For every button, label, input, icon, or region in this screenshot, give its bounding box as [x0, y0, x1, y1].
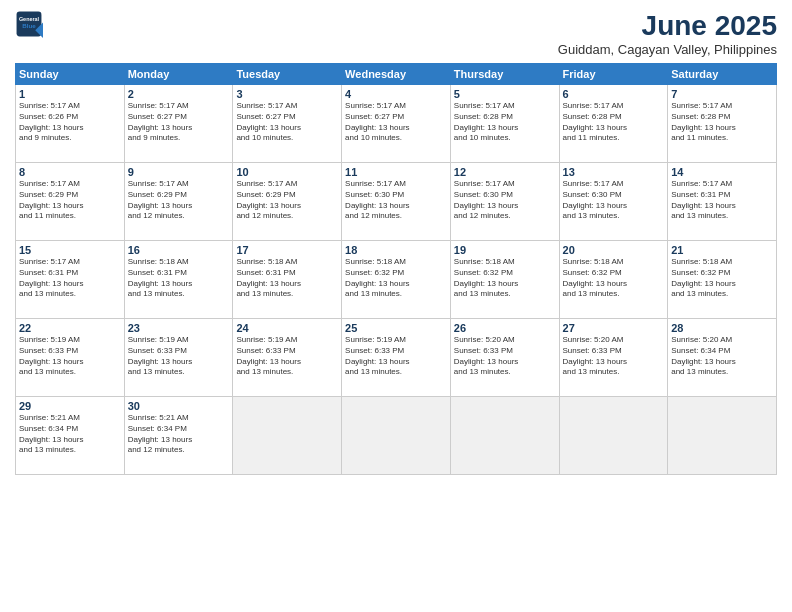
cell-info: Sunrise: 5:21 AM Sunset: 6:34 PM Dayligh… [128, 413, 230, 456]
month-title: June 2025 [558, 10, 777, 42]
day-number: 24 [236, 322, 338, 334]
day-cell-9: 9Sunrise: 5:17 AM Sunset: 6:29 PM Daylig… [124, 163, 233, 241]
header: General Blue June 2025 Guiddam, Cagayan … [15, 10, 777, 57]
day-cell-5: 5Sunrise: 5:17 AM Sunset: 6:28 PM Daylig… [450, 85, 559, 163]
cell-info: Sunrise: 5:18 AM Sunset: 6:32 PM Dayligh… [671, 257, 773, 300]
day-cell-29: 29Sunrise: 5:21 AM Sunset: 6:34 PM Dayli… [16, 397, 125, 475]
subtitle: Guiddam, Cagayan Valley, Philippines [558, 42, 777, 57]
weekday-header-saturday: Saturday [668, 64, 777, 85]
day-cell-17: 17Sunrise: 5:18 AM Sunset: 6:31 PM Dayli… [233, 241, 342, 319]
weekday-header-sunday: Sunday [16, 64, 125, 85]
day-cell-16: 16Sunrise: 5:18 AM Sunset: 6:31 PM Dayli… [124, 241, 233, 319]
day-number: 25 [345, 322, 447, 334]
day-cell-19: 19Sunrise: 5:18 AM Sunset: 6:32 PM Dayli… [450, 241, 559, 319]
day-number: 2 [128, 88, 230, 100]
day-cell-27: 27Sunrise: 5:20 AM Sunset: 6:33 PM Dayli… [559, 319, 668, 397]
cell-info: Sunrise: 5:17 AM Sunset: 6:26 PM Dayligh… [19, 101, 121, 144]
day-number: 19 [454, 244, 556, 256]
cell-info: Sunrise: 5:18 AM Sunset: 6:31 PM Dayligh… [236, 257, 338, 300]
day-number: 22 [19, 322, 121, 334]
cell-info: Sunrise: 5:21 AM Sunset: 6:34 PM Dayligh… [19, 413, 121, 456]
empty-cell [559, 397, 668, 475]
empty-cell [342, 397, 451, 475]
day-number: 27 [563, 322, 665, 334]
svg-text:General: General [19, 16, 40, 22]
day-number: 29 [19, 400, 121, 412]
cell-info: Sunrise: 5:18 AM Sunset: 6:32 PM Dayligh… [345, 257, 447, 300]
day-number: 9 [128, 166, 230, 178]
cell-info: Sunrise: 5:19 AM Sunset: 6:33 PM Dayligh… [19, 335, 121, 378]
day-number: 18 [345, 244, 447, 256]
cell-info: Sunrise: 5:20 AM Sunset: 6:33 PM Dayligh… [454, 335, 556, 378]
week-row-1: 1Sunrise: 5:17 AM Sunset: 6:26 PM Daylig… [16, 85, 777, 163]
day-cell-24: 24Sunrise: 5:19 AM Sunset: 6:33 PM Dayli… [233, 319, 342, 397]
day-cell-8: 8Sunrise: 5:17 AM Sunset: 6:29 PM Daylig… [16, 163, 125, 241]
cell-info: Sunrise: 5:19 AM Sunset: 6:33 PM Dayligh… [345, 335, 447, 378]
day-cell-14: 14Sunrise: 5:17 AM Sunset: 6:31 PM Dayli… [668, 163, 777, 241]
day-cell-12: 12Sunrise: 5:17 AM Sunset: 6:30 PM Dayli… [450, 163, 559, 241]
cell-info: Sunrise: 5:17 AM Sunset: 6:28 PM Dayligh… [563, 101, 665, 144]
day-cell-2: 2Sunrise: 5:17 AM Sunset: 6:27 PM Daylig… [124, 85, 233, 163]
day-cell-3: 3Sunrise: 5:17 AM Sunset: 6:27 PM Daylig… [233, 85, 342, 163]
calendar-table: SundayMondayTuesdayWednesdayThursdayFrid… [15, 63, 777, 475]
day-number: 13 [563, 166, 665, 178]
cell-info: Sunrise: 5:20 AM Sunset: 6:34 PM Dayligh… [671, 335, 773, 378]
cell-info: Sunrise: 5:17 AM Sunset: 6:28 PM Dayligh… [454, 101, 556, 144]
day-number: 6 [563, 88, 665, 100]
day-number: 1 [19, 88, 121, 100]
day-number: 28 [671, 322, 773, 334]
day-cell-20: 20Sunrise: 5:18 AM Sunset: 6:32 PM Dayli… [559, 241, 668, 319]
empty-cell [233, 397, 342, 475]
page: General Blue June 2025 Guiddam, Cagayan … [0, 0, 792, 612]
day-cell-13: 13Sunrise: 5:17 AM Sunset: 6:30 PM Dayli… [559, 163, 668, 241]
weekday-header-wednesday: Wednesday [342, 64, 451, 85]
cell-info: Sunrise: 5:17 AM Sunset: 6:30 PM Dayligh… [345, 179, 447, 222]
day-number: 16 [128, 244, 230, 256]
day-number: 12 [454, 166, 556, 178]
day-number: 15 [19, 244, 121, 256]
cell-info: Sunrise: 5:17 AM Sunset: 6:27 PM Dayligh… [236, 101, 338, 144]
day-cell-7: 7Sunrise: 5:17 AM Sunset: 6:28 PM Daylig… [668, 85, 777, 163]
day-cell-15: 15Sunrise: 5:17 AM Sunset: 6:31 PM Dayli… [16, 241, 125, 319]
cell-info: Sunrise: 5:17 AM Sunset: 6:27 PM Dayligh… [345, 101, 447, 144]
cell-info: Sunrise: 5:17 AM Sunset: 6:29 PM Dayligh… [236, 179, 338, 222]
calendar-body: 1Sunrise: 5:17 AM Sunset: 6:26 PM Daylig… [16, 85, 777, 475]
cell-info: Sunrise: 5:19 AM Sunset: 6:33 PM Dayligh… [236, 335, 338, 378]
day-number: 4 [345, 88, 447, 100]
cell-info: Sunrise: 5:17 AM Sunset: 6:28 PM Dayligh… [671, 101, 773, 144]
week-row-4: 22Sunrise: 5:19 AM Sunset: 6:33 PM Dayli… [16, 319, 777, 397]
cell-info: Sunrise: 5:19 AM Sunset: 6:33 PM Dayligh… [128, 335, 230, 378]
cell-info: Sunrise: 5:17 AM Sunset: 6:30 PM Dayligh… [563, 179, 665, 222]
day-cell-1: 1Sunrise: 5:17 AM Sunset: 6:26 PM Daylig… [16, 85, 125, 163]
title-area: June 2025 Guiddam, Cagayan Valley, Phili… [558, 10, 777, 57]
cell-info: Sunrise: 5:20 AM Sunset: 6:33 PM Dayligh… [563, 335, 665, 378]
day-number: 11 [345, 166, 447, 178]
cell-info: Sunrise: 5:17 AM Sunset: 6:29 PM Dayligh… [128, 179, 230, 222]
svg-text:Blue: Blue [22, 22, 36, 29]
empty-cell [668, 397, 777, 475]
day-number: 26 [454, 322, 556, 334]
day-cell-22: 22Sunrise: 5:19 AM Sunset: 6:33 PM Dayli… [16, 319, 125, 397]
day-number: 7 [671, 88, 773, 100]
cell-info: Sunrise: 5:17 AM Sunset: 6:31 PM Dayligh… [671, 179, 773, 222]
day-cell-6: 6Sunrise: 5:17 AM Sunset: 6:28 PM Daylig… [559, 85, 668, 163]
cell-info: Sunrise: 5:18 AM Sunset: 6:32 PM Dayligh… [563, 257, 665, 300]
day-cell-30: 30Sunrise: 5:21 AM Sunset: 6:34 PM Dayli… [124, 397, 233, 475]
logo: General Blue [15, 10, 43, 38]
weekday-header-friday: Friday [559, 64, 668, 85]
week-row-2: 8Sunrise: 5:17 AM Sunset: 6:29 PM Daylig… [16, 163, 777, 241]
weekday-header-tuesday: Tuesday [233, 64, 342, 85]
day-number: 5 [454, 88, 556, 100]
day-cell-25: 25Sunrise: 5:19 AM Sunset: 6:33 PM Dayli… [342, 319, 451, 397]
week-row-3: 15Sunrise: 5:17 AM Sunset: 6:31 PM Dayli… [16, 241, 777, 319]
empty-cell [450, 397, 559, 475]
day-number: 20 [563, 244, 665, 256]
cell-info: Sunrise: 5:17 AM Sunset: 6:27 PM Dayligh… [128, 101, 230, 144]
day-cell-23: 23Sunrise: 5:19 AM Sunset: 6:33 PM Dayli… [124, 319, 233, 397]
day-number: 3 [236, 88, 338, 100]
day-cell-4: 4Sunrise: 5:17 AM Sunset: 6:27 PM Daylig… [342, 85, 451, 163]
day-number: 8 [19, 166, 121, 178]
week-row-5: 29Sunrise: 5:21 AM Sunset: 6:34 PM Dayli… [16, 397, 777, 475]
weekday-header-monday: Monday [124, 64, 233, 85]
day-cell-28: 28Sunrise: 5:20 AM Sunset: 6:34 PM Dayli… [668, 319, 777, 397]
